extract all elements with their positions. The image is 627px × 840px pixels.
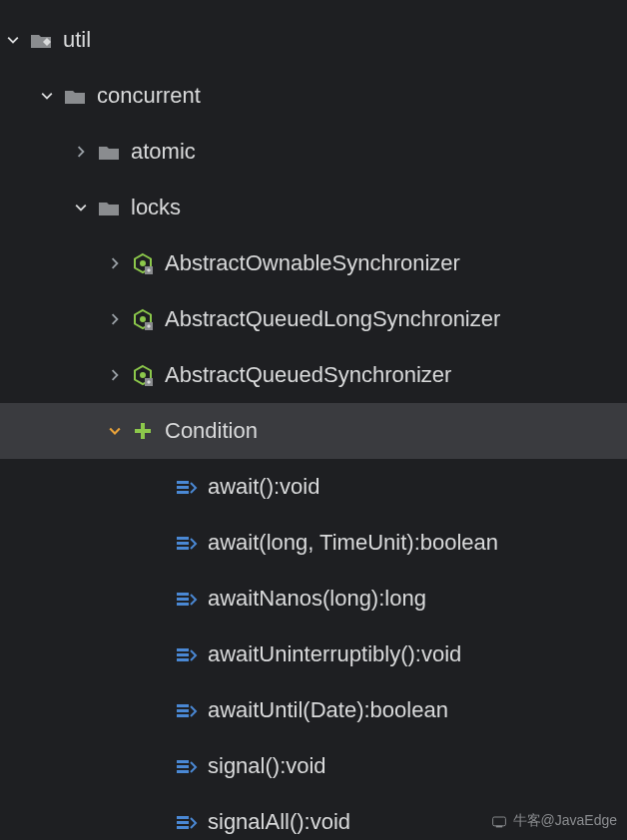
package-tree: util concurrent atomic locks <box>0 0 627 840</box>
svg-rect-14 <box>177 537 189 540</box>
method-icon <box>174 587 198 611</box>
svg-rect-32 <box>492 817 505 826</box>
tree-item-label: concurrent <box>97 83 201 109</box>
svg-point-2 <box>140 316 146 322</box>
chevron-right-icon <box>106 367 123 384</box>
chevron-down-icon <box>38 88 55 105</box>
class-icon <box>131 307 155 331</box>
tree-item-method[interactable]: awaitUntil(Date):boolean <box>0 682 627 738</box>
interface-icon <box>131 419 155 443</box>
package-icon <box>29 28 53 52</box>
method-icon <box>174 698 198 722</box>
tree-item-label: awaitNanos(long):long <box>208 586 426 612</box>
watermark: 牛客@JavaEdge <box>491 812 617 830</box>
tree-item-label: signal():void <box>208 753 326 779</box>
folder-icon <box>97 196 121 219</box>
tree-item-class-aqs[interactable]: AbstractQueuedSynchronizer <box>0 347 627 403</box>
folder-icon <box>97 140 121 164</box>
tree-item-method[interactable]: await(long, TimeUnit):boolean <box>0 515 627 571</box>
tree-item-interface-condition[interactable]: Condition <box>0 403 627 459</box>
svg-rect-28 <box>177 770 189 773</box>
tree-item-label: AbstractQueuedLongSynchronizer <box>165 306 500 332</box>
svg-rect-29 <box>177 816 189 819</box>
tree-item-method[interactable]: await():void <box>0 459 627 515</box>
svg-rect-24 <box>177 709 189 712</box>
svg-rect-7 <box>145 429 151 433</box>
svg-rect-31 <box>177 826 189 829</box>
method-icon <box>174 810 198 834</box>
tree-item-label: locks <box>131 195 181 220</box>
tree-item-package-atomic[interactable]: atomic <box>0 124 627 180</box>
svg-rect-30 <box>177 821 189 824</box>
chevron-right-icon <box>106 255 123 272</box>
chevron-right-icon <box>72 144 89 161</box>
svg-rect-6 <box>135 429 141 433</box>
tree-item-label: awaitUninterruptibly():void <box>208 641 461 667</box>
tree-item-class-aos[interactable]: AbstractOwnableSynchronizer <box>0 235 627 291</box>
svg-rect-13 <box>177 491 189 494</box>
method-icon <box>174 531 198 555</box>
tree-item-label: signalAll():void <box>208 809 350 835</box>
tree-item-method[interactable]: awaitUninterruptibly():void <box>0 627 627 682</box>
tree-item-package-concurrent[interactable]: concurrent <box>0 68 627 124</box>
tree-item-label: await(long, TimeUnit):boolean <box>208 530 498 556</box>
chevron-down-icon <box>72 200 89 216</box>
tree-item-label: util <box>63 27 91 53</box>
tree-item-package-locks[interactable]: locks <box>0 180 627 235</box>
tree-item-class-aqls[interactable]: AbstractQueuedLongSynchronizer <box>0 291 627 347</box>
svg-rect-19 <box>177 603 189 606</box>
method-icon <box>174 475 198 499</box>
tree-item-method[interactable]: awaitNanos(long):long <box>0 571 627 627</box>
svg-rect-17 <box>177 593 189 596</box>
svg-point-4 <box>140 372 146 378</box>
svg-rect-23 <box>177 704 189 707</box>
tree-item-label: AbstractOwnableSynchronizer <box>165 250 460 276</box>
svg-rect-11 <box>177 481 189 484</box>
svg-rect-27 <box>177 765 189 768</box>
chevron-right-icon <box>106 311 123 328</box>
method-icon <box>174 642 198 666</box>
svg-rect-26 <box>177 760 189 763</box>
svg-rect-22 <box>177 658 189 661</box>
svg-rect-33 <box>495 826 501 828</box>
svg-rect-12 <box>177 486 189 489</box>
method-icon <box>174 754 198 778</box>
tree-item-package-util[interactable]: util <box>0 12 627 68</box>
class-icon <box>131 251 155 275</box>
class-icon <box>131 363 155 387</box>
svg-rect-25 <box>177 714 189 717</box>
tree-item-label: awaitUntil(Date):boolean <box>208 697 448 723</box>
watermark-text: 牛客@JavaEdge <box>513 812 617 830</box>
tree-item-label: await():void <box>208 474 319 500</box>
svg-rect-21 <box>177 653 189 656</box>
chevron-down-icon <box>106 423 123 440</box>
watermark-icon <box>491 813 507 829</box>
svg-rect-10 <box>141 429 145 433</box>
chevron-down-icon <box>4 32 21 49</box>
svg-rect-18 <box>177 598 189 601</box>
svg-point-0 <box>140 260 146 266</box>
tree-item-label: AbstractQueuedSynchronizer <box>165 362 451 388</box>
svg-rect-20 <box>177 648 189 651</box>
svg-rect-16 <box>177 547 189 550</box>
tree-item-method[interactable]: signal():void <box>0 738 627 794</box>
tree-item-label: Condition <box>165 418 258 444</box>
tree-item-label: atomic <box>131 139 196 165</box>
svg-rect-8 <box>141 423 145 429</box>
svg-rect-15 <box>177 542 189 545</box>
folder-icon <box>63 84 87 108</box>
svg-rect-9 <box>141 433 145 439</box>
